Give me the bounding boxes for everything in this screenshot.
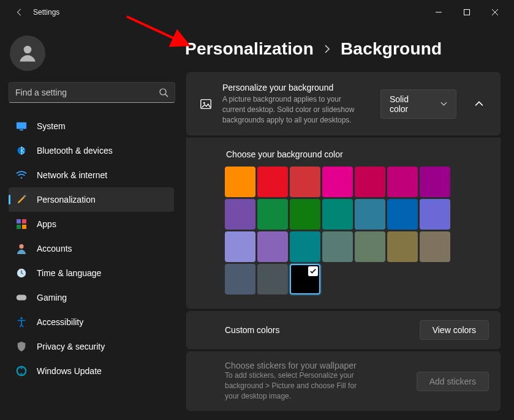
sidebar-item-personalization[interactable]: Personalization (9, 187, 174, 212)
color-swatch[interactable] (322, 199, 353, 230)
svg-point-16 (19, 244, 23, 249)
color-swatch[interactable] (225, 264, 255, 294)
sidebar-item-system[interactable]: System (9, 114, 174, 138)
sidebar-item-time-language[interactable]: Time & language (9, 261, 174, 285)
breadcrumb-page: Background (341, 39, 442, 59)
nav-list: SystemBluetooth & devicesNetwork & inter… (9, 114, 178, 383)
nav-label: Accounts (37, 244, 72, 253)
shield-icon (16, 341, 27, 352)
svg-rect-18 (17, 295, 27, 301)
minimize-button[interactable] (425, 2, 453, 22)
svg-rect-3 (464, 10, 470, 15)
nav-label: Time & language (37, 268, 101, 278)
select-value: Solid color (390, 94, 426, 114)
expand-button[interactable] (470, 94, 489, 114)
bluetooth-icon (16, 145, 27, 156)
sidebar-item-windows-update[interactable]: Windows Update (9, 359, 174, 383)
personalize-description: A picture background applies to your cur… (222, 94, 363, 125)
color-swatch[interactable] (420, 167, 450, 197)
svg-rect-15 (22, 225, 26, 229)
nav-label: Bluetooth & devices (37, 146, 113, 156)
color-swatch[interactable] (355, 167, 385, 197)
svg-point-19 (20, 317, 23, 320)
stickers-card: Choose stickers for your wallpaper To ad… (186, 351, 501, 410)
sidebar-item-apps[interactable]: Apps (9, 212, 174, 236)
nav-label: Windows Update (37, 366, 102, 376)
color-swatch[interactable] (290, 167, 320, 197)
nav-label: Privacy & security (37, 342, 105, 351)
color-swatch[interactable] (257, 231, 288, 262)
chevron-right-icon (323, 45, 331, 53)
search-field[interactable] (9, 82, 175, 103)
close-button[interactable] (481, 2, 509, 22)
sidebar-item-privacy-security[interactable]: Privacy & security (9, 334, 174, 359)
avatar[interactable] (10, 36, 45, 71)
color-swatch[interactable] (387, 231, 418, 262)
sidebar-item-bluetooth-devices[interactable]: Bluetooth & devices (9, 138, 174, 163)
picture-icon (198, 96, 214, 113)
colors-label: Choose your background color (226, 149, 489, 159)
color-swatch[interactable] (322, 167, 353, 197)
display-icon (16, 121, 27, 132)
sidebar-item-gaming[interactable]: Gaming (9, 285, 174, 310)
clock-icon (16, 268, 27, 279)
color-swatch[interactable] (225, 199, 255, 230)
color-swatch[interactable] (420, 231, 450, 262)
stickers-description: To add stickers, select Personalize your… (225, 370, 372, 401)
background-type-select[interactable]: Solid color (380, 89, 456, 119)
accessibility-icon (16, 317, 27, 328)
custom-colors-card: Custom colors View colors (186, 311, 501, 349)
svg-rect-12 (17, 219, 21, 223)
search-icon (159, 88, 168, 97)
svg-point-5 (160, 89, 166, 95)
view-colors-button[interactable]: View colors (420, 320, 489, 340)
sidebar-item-network-internet[interactable]: Network & internet (9, 163, 174, 187)
sidebar-item-accounts[interactable]: Accounts (9, 236, 174, 261)
swatch-grid (225, 167, 453, 294)
sidebar-item-accessibility[interactable]: Accessibility (9, 310, 174, 334)
maximize-button[interactable] (453, 2, 481, 22)
color-swatch[interactable] (290, 199, 320, 230)
check-icon (308, 266, 318, 276)
sidebar: SystemBluetooth & devicesNetwork & inter… (0, 24, 184, 420)
wifi-icon (16, 170, 27, 181)
personalize-card-text: Personalize your background A picture ba… (222, 83, 363, 125)
chevron-up-icon (475, 101, 483, 107)
color-swatch[interactable] (290, 231, 320, 262)
breadcrumb-section[interactable]: Personalization (185, 39, 314, 59)
color-swatch[interactable] (290, 264, 320, 294)
chevron-down-icon (440, 101, 447, 107)
apps-icon (16, 219, 27, 230)
svg-line-6 (165, 94, 168, 97)
svg-point-22 (203, 102, 205, 103)
update-icon (16, 366, 27, 377)
color-swatch[interactable] (387, 167, 418, 197)
back-button[interactable] (12, 8, 27, 17)
color-swatch[interactable] (257, 264, 288, 294)
color-swatch[interactable] (355, 199, 385, 230)
personalize-card: Personalize your background A picture ba… (186, 72, 501, 135)
nav-label: Apps (37, 219, 56, 229)
color-swatch[interactable] (420, 199, 450, 230)
stickers-title: Choose stickers for your wallpaper (225, 361, 372, 370)
nav-label: Network & internet (37, 170, 107, 180)
custom-colors-label: Custom colors (225, 325, 279, 335)
personalize-title: Personalize your background (222, 83, 363, 92)
color-swatch[interactable] (322, 231, 353, 262)
svg-rect-11 (24, 195, 26, 197)
color-swatch[interactable] (387, 199, 418, 230)
color-swatch[interactable] (225, 167, 255, 197)
svg-point-4 (24, 46, 32, 54)
color-swatch[interactable] (257, 167, 288, 197)
svg-rect-14 (17, 225, 21, 229)
window-title: Settings (33, 8, 59, 17)
search-input[interactable] (15, 88, 159, 97)
color-swatch[interactable] (355, 231, 385, 262)
add-stickers-button[interactable]: Add stickers (417, 372, 489, 391)
svg-rect-8 (20, 129, 23, 130)
svg-point-10 (21, 177, 23, 179)
color-swatch[interactable] (257, 199, 288, 230)
game-icon (16, 292, 27, 303)
svg-rect-13 (22, 219, 26, 223)
color-swatch[interactable] (225, 231, 255, 262)
